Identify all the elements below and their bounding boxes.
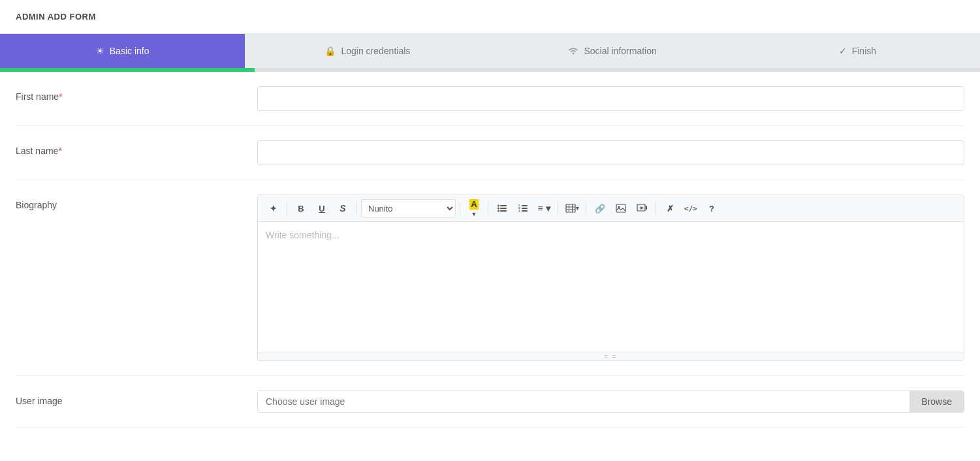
svg-rect-5 [500,210,507,212]
biography-content[interactable]: Write something... [258,222,964,353]
svg-text:3.: 3. [518,209,520,212]
separator-1 [287,202,287,215]
tab-login-credentials-label: Login credentials [341,46,410,56]
separator-6 [586,202,586,215]
svg-rect-7 [522,205,528,206]
separator-5 [558,202,558,215]
svg-point-2 [498,208,499,210]
tab-finish-label: Finish [852,46,876,56]
svg-rect-9 [522,208,528,209]
separator-7 [656,202,656,215]
separator-3 [460,202,460,215]
last-name-label: Last name* [16,140,257,156]
svg-rect-1 [500,205,507,206]
browse-button[interactable]: Browse [909,391,964,412]
separator-4 [488,202,488,215]
editor-toolbar: ✦ B U S Nunito Arial Times New Roman A ▼ [258,195,964,222]
image-btn[interactable] [611,199,631,217]
resize-handle[interactable]: = = [258,353,964,360]
svg-point-0 [498,205,499,207]
svg-rect-11 [522,210,528,212]
bold-toolbar-btn[interactable]: B [291,199,311,217]
user-image-row: User image Browse [16,376,964,428]
biography-editor: ✦ B U S Nunito Arial Times New Roman A ▼ [257,195,964,361]
file-input-wrapper: Browse [257,390,964,413]
ordered-list-btn[interactable]: 1. 2. 3. [513,199,533,217]
biography-row: Biography ✦ B U S Nunito Arial Times New… [16,180,964,376]
strikethrough-toolbar-btn[interactable]: S [333,199,353,217]
tab-basic-info[interactable]: ☀ Basic info [0,34,245,68]
align-btn[interactable]: ≡ ▾ [534,199,554,217]
table-btn[interactable]: ▾ [562,199,582,217]
svg-rect-17 [616,204,625,212]
wifi-icon [568,46,578,56]
underline-toolbar-btn[interactable]: U [312,199,332,217]
clear-btn[interactable]: ✗ [660,199,680,217]
basic-info-icon: ☀ [96,46,104,56]
bottom-navigation: ← → ↩ [0,454,980,461]
user-image-label: User image [16,390,257,406]
first-name-row: First name* [16,72,964,126]
tab-finish[interactable]: ✓ Finish [735,34,980,68]
unordered-list-btn[interactable] [492,199,512,217]
first-name-input[interactable] [257,86,964,111]
biography-label: Biography [16,195,257,210]
media-btn[interactable] [632,199,652,217]
form-container: First name* Last name* Biography ✦ B U S… [0,72,980,454]
last-name-input[interactable] [257,140,964,165]
tab-basic-info-label: Basic info [110,46,150,56]
code-btn[interactable]: </> [681,199,701,217]
tab-social-information-label: Social information [584,46,656,56]
separator-2 [356,202,357,215]
page-title: ADMIN ADD FORM [0,0,980,34]
svg-rect-12 [566,204,575,212]
magic-toolbar-btn[interactable]: ✦ [263,199,283,217]
font-family-select[interactable]: Nunito Arial Times New Roman [361,199,456,217]
user-image-input[interactable] [258,391,909,412]
tab-login-credentials[interactable]: 🔒 Login credentials [245,34,490,68]
wizard-tabs: ☀ Basic info 🔒 Login credentials Social … [0,34,980,68]
text-color-btn[interactable]: A ▼ [464,199,484,217]
first-name-label: First name* [16,86,257,102]
svg-point-4 [498,210,499,212]
tab-social-information[interactable]: Social information [490,34,735,68]
checkmark-icon: ✓ [839,46,847,56]
last-name-row: Last name* [16,126,964,180]
svg-rect-3 [500,208,507,209]
link-btn[interactable]: 🔗 [590,199,610,217]
lock-icon: 🔒 [324,46,336,56]
help-btn[interactable]: ? [702,199,721,217]
svg-rect-21 [646,206,647,210]
